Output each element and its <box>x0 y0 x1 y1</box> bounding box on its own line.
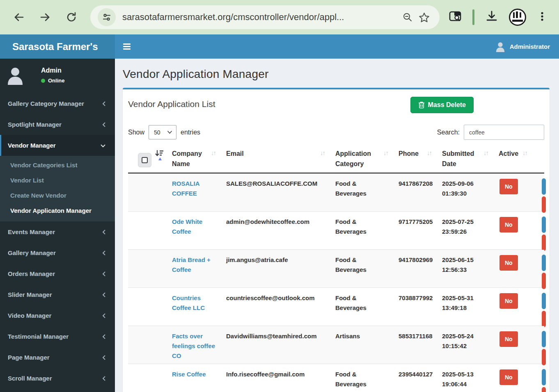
delete-button-clipped[interactable] <box>542 311 546 327</box>
active-toggle-button[interactable]: No <box>499 217 518 232</box>
url-bar[interactable]: sarasotafarmersmarket.org/cmscontroller/… <box>90 5 440 29</box>
phone-cell: 9717775205 <box>393 217 437 249</box>
sidebar-item-gallery-category-manager[interactable]: Gallery Category Manager <box>0 93 115 114</box>
mass-delete-button[interactable]: Mass Delete <box>410 97 474 113</box>
chevron-down-icon <box>167 130 172 134</box>
sidebar-item-vendor-manager[interactable]: Vendor Manager <box>0 135 115 156</box>
sidebar-user-status: Online <box>41 77 64 84</box>
url-text[interactable]: sarasotafarmersmarket.org/cmscontroller/… <box>122 12 399 23</box>
table-row: Facts over feelings coffee CO Davidwilli… <box>128 326 544 364</box>
sidebar-subitem-vendor-list[interactable]: Vendor List <box>0 173 115 188</box>
sort-icon[interactable]: ↓↑ <box>427 149 431 156</box>
company-link[interactable]: Atria Bread + Coffee <box>172 256 211 273</box>
sort-icon[interactable]: ↓↑ <box>383 149 388 156</box>
bookmark-button[interactable] <box>416 12 432 23</box>
edit-button-clipped[interactable] <box>542 369 546 385</box>
admin-user-menu[interactable]: Administrator <box>495 41 550 52</box>
page-title: Vendor Application Manager <box>123 68 550 81</box>
table-row: Ode White Coffee admin@odewhitecoffee.co… <box>128 212 544 250</box>
company-link[interactable]: Ode White Coffee <box>172 218 202 235</box>
content-area: Vendor Application Manager Vendor Applic… <box>115 59 559 392</box>
active-toggle-button[interactable]: No <box>499 179 518 194</box>
sort-icon[interactable]: ↓↑ <box>483 149 488 156</box>
vendor-table: Company Name↓↑ Email↓↑ Application Categ… <box>128 146 544 392</box>
sort-icon[interactable]: ↓↑ <box>320 149 325 156</box>
header-application-category[interactable]: Application Category <box>335 149 381 169</box>
sidebar-item-gallery-manager[interactable]: Gallery Manager <box>0 242 115 263</box>
company-link[interactable]: ROSALIA COFFEE <box>172 180 199 197</box>
browser-menu-button[interactable] <box>537 11 548 23</box>
chevron-left-icon <box>102 101 106 107</box>
search-label: Search: <box>437 129 460 136</box>
chevron-left-icon <box>102 355 106 360</box>
sidebar-item-page-manager[interactable]: Page Manager <box>0 347 115 368</box>
sidebar-item-testimonial-manager[interactable]: Testimonial Manager <box>0 326 115 347</box>
edit-button-clipped[interactable] <box>542 293 546 309</box>
sidebar-item-video-manager[interactable]: Video Manager <box>0 305 115 326</box>
delete-button-clipped[interactable] <box>542 196 546 213</box>
sort-active-icon[interactable] <box>155 150 164 162</box>
user-icon <box>495 41 506 52</box>
sort-icon[interactable]: ↓↑ <box>522 149 527 156</box>
phone-cell: 2395440127 <box>393 369 437 392</box>
sort-icon[interactable]: ↓↑ <box>211 149 215 156</box>
header-active[interactable]: Active <box>499 149 518 159</box>
forward-arrow-icon <box>39 11 51 23</box>
chevron-left-icon <box>102 334 106 340</box>
search-tabs-button[interactable] <box>449 10 462 25</box>
sidebar-item-slider-manager[interactable]: Slider Manager <box>0 284 115 305</box>
category-cell: Food & Beverages <box>330 369 393 392</box>
phone-cell: 9417867208 <box>393 179 437 211</box>
sidebar-item-orders-manager[interactable]: Orders Manager <box>0 263 115 284</box>
edit-button-clipped[interactable] <box>542 217 546 233</box>
company-link[interactable]: Rise Coffee <box>172 371 206 378</box>
delete-button-clipped[interactable] <box>542 387 546 392</box>
back-arrow-icon <box>13 11 25 23</box>
table-row: Atria Bread + Coffee jim.angus@atria.caf… <box>128 250 544 288</box>
delete-button-clipped[interactable] <box>542 235 546 251</box>
phone-cell: 5853171168 <box>393 331 437 364</box>
active-toggle-button[interactable]: No <box>499 255 518 271</box>
email-cell: countriescoffee@outlook.com <box>221 293 330 326</box>
page-size-select[interactable]: 50 <box>149 125 176 139</box>
vendor-application-panel: Vendor Application List Mass Delete Show… <box>123 88 550 392</box>
company-link[interactable]: Facts over feelings coffee CO <box>172 333 215 359</box>
browser-profile-avatar[interactable] <box>509 9 526 26</box>
delete-button-clipped[interactable] <box>542 349 546 365</box>
select-all-checkbox[interactable] <box>138 153 151 167</box>
sidebar-user-panel: Admin Online <box>0 59 115 93</box>
header-submitted-date[interactable]: Submitted Date <box>442 149 481 169</box>
edit-button-clipped[interactable] <box>542 255 546 271</box>
header-email[interactable]: Email <box>226 149 244 159</box>
edit-button-clipped[interactable] <box>542 331 546 347</box>
email-cell: Davidwilliams@teamhired.com <box>221 331 330 364</box>
header-company-name[interactable]: Company Name <box>172 149 208 169</box>
edit-button-clipped[interactable] <box>542 178 546 195</box>
table-row: ROSALIA COFFEE SALES@ROSALIACOFFE.COM Fo… <box>128 173 544 212</box>
company-link[interactable]: Countries Coffee LLC <box>172 294 205 311</box>
sidebar-item-scroll-manager[interactable]: Scroll Manager <box>0 368 115 389</box>
site-settings-button[interactable] <box>98 8 116 26</box>
delete-button-clipped[interactable] <box>542 273 546 289</box>
active-toggle-button[interactable]: No <box>499 331 518 347</box>
search-input[interactable] <box>464 125 544 140</box>
table-header-row: Company Name↓↑ Email↓↑ Application Categ… <box>128 146 544 173</box>
reload-button[interactable] <box>62 8 80 26</box>
downloads-button[interactable] <box>485 10 498 25</box>
active-toggle-button[interactable]: No <box>499 369 518 385</box>
active-toggle-button[interactable]: No <box>499 293 518 309</box>
sidebar-toggle-button[interactable] <box>121 41 132 52</box>
sidebar-item-events-manager[interactable]: Events Manager <box>0 221 115 242</box>
sidebar-item-spotlight-manager[interactable]: Spotlight Manager <box>0 114 115 135</box>
sidebar-subitem-vendor-application-manager[interactable]: Vendor Applicaton Manager <box>0 203 115 218</box>
forward-button[interactable] <box>36 8 54 26</box>
sidebar-subitem-vendor-categories-list[interactable]: Vendor Categories List <box>0 157 115 173</box>
search-tab-icon <box>449 10 462 23</box>
sidebar-subitem-create-new-vendor[interactable]: Create New Vendor <box>0 188 115 203</box>
category-cell: Food & Beverages <box>330 293 393 326</box>
header-phone[interactable]: Phone <box>399 149 419 159</box>
email-cell: SALES@ROSALIACOFFE.COM <box>221 179 330 211</box>
zoom-page-button[interactable] <box>399 12 416 23</box>
brand-logo[interactable]: Sarasota Farmer's <box>0 34 115 59</box>
back-button[interactable] <box>10 8 28 26</box>
